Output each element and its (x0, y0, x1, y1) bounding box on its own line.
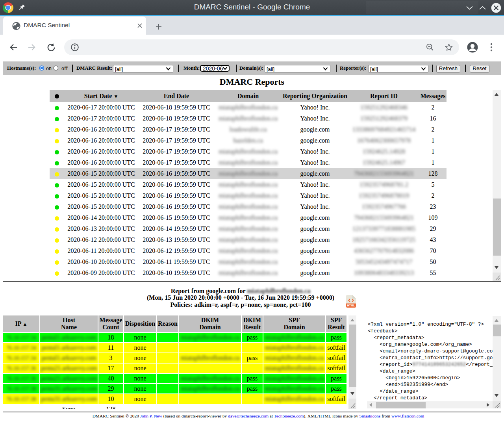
svg-text:HTML: HTML (347, 304, 355, 307)
